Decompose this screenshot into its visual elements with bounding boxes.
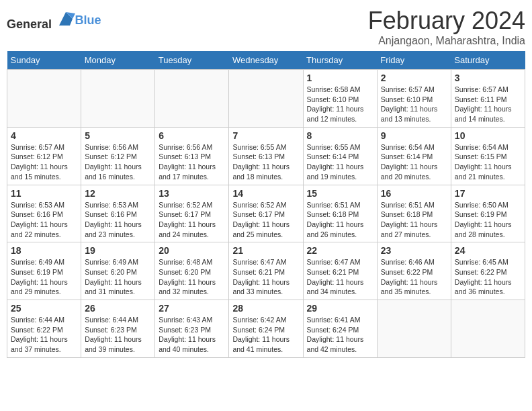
calendar-cell [7,70,81,128]
calendar-cell: 10Sunrise: 6:54 AMSunset: 6:15 PMDayligh… [451,127,525,185]
title-area: February 2024 Anjangaon, Maharashtra, In… [368,7,525,47]
logo: General Blue [7,9,101,32]
month-year-title: February 2024 [368,7,525,35]
calendar-cell: 13Sunrise: 6:52 AMSunset: 6:17 PMDayligh… [155,185,229,242]
day-info: Sunrise: 6:46 AMSunset: 6:22 PMDaylight:… [381,257,447,297]
day-info: Sunrise: 6:55 AMSunset: 6:14 PMDaylight:… [307,142,373,182]
logo-blue: Blue [75,13,101,27]
day-number: 2 [381,73,447,83]
calendar-week-2: 4Sunrise: 6:57 AMSunset: 6:12 PMDaylight… [7,127,525,185]
day-number: 15 [307,188,373,199]
calendar-cell: 17Sunrise: 6:50 AMSunset: 6:19 PMDayligh… [451,185,525,242]
calendar-week-5: 25Sunrise: 6:44 AMSunset: 6:22 PMDayligh… [7,300,525,358]
calendar-cell: 21Sunrise: 6:47 AMSunset: 6:21 PMDayligh… [229,242,303,300]
day-number: 24 [455,245,521,256]
day-number: 26 [85,303,151,314]
calendar-table: SundayMondayTuesdayWednesdayThursdayFrid… [7,51,525,358]
calendar-cell: 9Sunrise: 6:54 AMSunset: 6:14 PMDaylight… [377,127,451,185]
calendar-cell: 22Sunrise: 6:47 AMSunset: 6:21 PMDayligh… [303,242,377,300]
calendar-cell: 16Sunrise: 6:51 AMSunset: 6:18 PMDayligh… [377,185,451,242]
day-number: 18 [11,245,77,256]
calendar-cell: 14Sunrise: 6:52 AMSunset: 6:17 PMDayligh… [229,185,303,242]
day-info: Sunrise: 6:50 AMSunset: 6:19 PMDaylight:… [455,200,521,240]
day-info: Sunrise: 6:56 AMSunset: 6:12 PMDaylight:… [85,142,151,182]
day-info: Sunrise: 6:53 AMSunset: 6:16 PMDaylight:… [85,200,151,240]
calendar-week-3: 11Sunrise: 6:53 AMSunset: 6:16 PMDayligh… [7,185,525,242]
day-number: 22 [307,245,373,256]
calendar-cell: 26Sunrise: 6:44 AMSunset: 6:23 PMDayligh… [81,300,155,358]
day-number: 16 [381,188,447,199]
calendar-cell: 18Sunrise: 6:49 AMSunset: 6:19 PMDayligh… [7,242,81,300]
header: General Blue February 2024 Anjangaon, Ma… [7,7,525,47]
day-info: Sunrise: 6:51 AMSunset: 6:18 PMDaylight:… [307,200,373,240]
day-info: Sunrise: 6:54 AMSunset: 6:15 PMDaylight:… [455,142,521,182]
day-info: Sunrise: 6:43 AMSunset: 6:23 PMDaylight:… [159,315,225,355]
weekday-header-saturday: Saturday [451,51,525,70]
location-title: Anjangaon, Maharashtra, India [368,35,525,47]
calendar-cell [377,300,451,358]
day-number: 14 [232,188,299,199]
calendar-cell: 7Sunrise: 6:55 AMSunset: 6:13 PMDaylight… [229,127,303,185]
day-number: 28 [232,303,299,314]
day-number: 9 [381,130,447,141]
calendar-cell [155,70,229,128]
calendar-cell: 28Sunrise: 6:42 AMSunset: 6:24 PMDayligh… [229,300,303,358]
day-number: 7 [232,130,299,141]
calendar-cell: 23Sunrise: 6:46 AMSunset: 6:22 PMDayligh… [377,242,451,300]
day-info: Sunrise: 6:57 AMSunset: 6:12 PMDaylight:… [11,142,77,182]
calendar-cell: 8Sunrise: 6:55 AMSunset: 6:14 PMDaylight… [303,127,377,185]
calendar-cell: 6Sunrise: 6:56 AMSunset: 6:13 PMDaylight… [155,127,229,185]
day-info: Sunrise: 6:57 AMSunset: 6:11 PMDaylight:… [455,85,521,124]
day-number: 5 [85,130,151,141]
calendar-cell: 12Sunrise: 6:53 AMSunset: 6:16 PMDayligh… [81,185,155,242]
day-number: 17 [455,188,521,199]
day-number: 21 [232,245,299,256]
day-number: 4 [11,130,77,141]
day-number: 1 [307,73,373,83]
logo-icon [56,9,75,28]
calendar-cell: 15Sunrise: 6:51 AMSunset: 6:18 PMDayligh… [303,185,377,242]
day-number: 19 [85,245,151,256]
day-info: Sunrise: 6:58 AMSunset: 6:10 PMDaylight:… [307,85,373,124]
calendar-cell: 5Sunrise: 6:56 AMSunset: 6:12 PMDaylight… [81,127,155,185]
day-info: Sunrise: 6:48 AMSunset: 6:20 PMDaylight:… [159,257,225,297]
calendar-cell: 19Sunrise: 6:49 AMSunset: 6:20 PMDayligh… [81,242,155,300]
day-info: Sunrise: 6:41 AMSunset: 6:24 PMDaylight:… [307,315,373,355]
weekday-header-sunday: Sunday [7,51,81,70]
day-number: 10 [455,130,521,141]
day-info: Sunrise: 6:56 AMSunset: 6:13 PMDaylight:… [159,142,225,182]
calendar-cell: 11Sunrise: 6:53 AMSunset: 6:16 PMDayligh… [7,185,81,242]
day-number: 8 [307,130,373,141]
day-info: Sunrise: 6:49 AMSunset: 6:19 PMDaylight:… [11,257,77,297]
day-info: Sunrise: 6:53 AMSunset: 6:16 PMDaylight:… [11,200,77,240]
day-number: 13 [159,188,225,199]
day-info: Sunrise: 6:51 AMSunset: 6:18 PMDaylight:… [381,200,447,240]
day-info: Sunrise: 6:42 AMSunset: 6:24 PMDaylight:… [232,315,299,355]
weekday-header-tuesday: Tuesday [155,51,229,70]
day-number: 11 [11,188,77,199]
day-number: 3 [455,73,521,83]
calendar-week-4: 18Sunrise: 6:49 AMSunset: 6:19 PMDayligh… [7,242,525,300]
day-info: Sunrise: 6:49 AMSunset: 6:20 PMDaylight:… [85,257,151,297]
day-info: Sunrise: 6:44 AMSunset: 6:23 PMDaylight:… [85,315,151,355]
day-info: Sunrise: 6:47 AMSunset: 6:21 PMDaylight:… [232,257,299,297]
calendar-cell: 25Sunrise: 6:44 AMSunset: 6:22 PMDayligh… [7,300,81,358]
day-info: Sunrise: 6:52 AMSunset: 6:17 PMDaylight:… [232,200,299,240]
day-info: Sunrise: 6:52 AMSunset: 6:17 PMDaylight:… [159,200,225,240]
calendar-week-1: 1Sunrise: 6:58 AMSunset: 6:10 PMDaylight… [7,70,525,128]
calendar-cell: 2Sunrise: 6:57 AMSunset: 6:10 PMDaylight… [377,70,451,128]
day-info: Sunrise: 6:44 AMSunset: 6:22 PMDaylight:… [11,315,77,355]
calendar-cell [81,70,155,128]
day-info: Sunrise: 6:45 AMSunset: 6:22 PMDaylight:… [455,257,521,297]
day-number: 27 [159,303,225,314]
calendar-cell: 24Sunrise: 6:45 AMSunset: 6:22 PMDayligh… [451,242,525,300]
weekday-header-friday: Friday [377,51,451,70]
calendar-cell: 29Sunrise: 6:41 AMSunset: 6:24 PMDayligh… [303,300,377,358]
day-number: 29 [307,303,373,314]
day-number: 23 [381,245,447,256]
day-number: 6 [159,130,225,141]
day-number: 20 [159,245,225,256]
day-number: 12 [85,188,151,199]
weekday-header-thursday: Thursday [303,51,377,70]
calendar-cell: 27Sunrise: 6:43 AMSunset: 6:23 PMDayligh… [155,300,229,358]
